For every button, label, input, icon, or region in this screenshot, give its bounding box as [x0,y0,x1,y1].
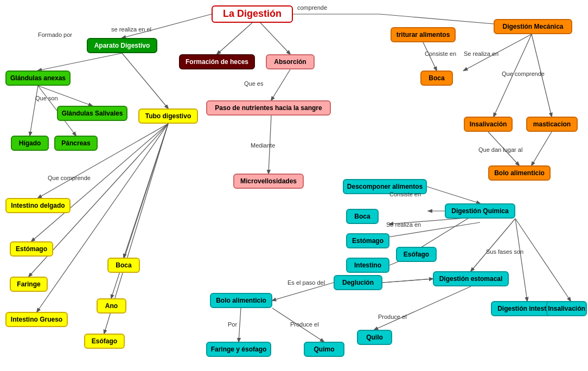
svg-line-38 [382,279,433,283]
svg-line-7 [38,86,92,106]
boca-orange-node: Boca [420,71,453,86]
label-por: Por [228,321,237,328]
intestino-delgado-node: Intestino delgado [5,198,71,213]
svg-line-26 [471,219,515,271]
label-sus-fases-son: Sus fases son [486,248,523,255]
label-que-comprende: Que comprende [48,175,91,181]
svg-line-21 [272,283,334,300]
svg-line-33 [532,34,552,117]
svg-line-6 [122,53,168,108]
triturar-node: triturar alimentos [391,27,456,42]
label-produce-el: Produce el [290,321,319,328]
svg-line-0 [217,23,252,54]
svg-line-31 [464,34,532,71]
label-se-realiza: se realiza en el [111,26,151,33]
svg-line-30 [427,187,480,203]
esofago-right-node: Esófago [396,247,437,262]
boca-left-node: Boca [107,258,140,273]
svg-line-35 [488,132,519,165]
svg-line-37 [374,286,471,330]
label-es-el-paso-del: Es el paso del [287,279,325,286]
paso-nutrientes-node: Paso de nutrientes hacia la sangre [206,100,331,116]
svg-line-12 [38,124,168,198]
bolo-naranja-node: Bolo alimenticio [488,165,551,181]
svg-line-36 [532,132,552,165]
quimo-node: Quimo [304,342,344,357]
faringe-node: Faringe [10,277,48,292]
insalivacion-top-node: Insalivación [464,117,513,132]
svg-line-29 [382,279,433,283]
digestion-mecanica-node: Digestión Mecánica [494,19,572,34]
label-que-son: Que son [35,95,58,101]
label-se-realiza-en-top: Se realiza en [464,50,498,57]
bolo-alimenticio-left-node: Bolo alimenticio [210,293,272,308]
label-comprende: comprende [297,4,327,11]
pancreas-node: Páncreas [54,136,98,151]
label-formado-por: Formado por [38,31,72,38]
estomago-right-node: Estómago [346,233,389,248]
faringe-esofago-node: Faringe y ésofago [206,342,271,357]
masticacion-node: masticacion [526,117,578,132]
insalivacion-bottom-node: Insalivación [546,301,587,316]
intestino-grueso-node: Intestino Grueso [5,312,68,327]
quilo-node: Quilo [357,330,392,345]
higado-node: Hígado [11,136,49,151]
digestion-quimica-node: Digestión Química [445,203,515,219]
estomago-left-node: Estómago [10,241,53,257]
svg-line-32 [494,34,532,117]
svg-line-15 [37,124,168,312]
svg-line-28 [515,219,571,301]
formacion-heces-node: Formación de heces [179,54,255,69]
svg-line-27 [515,219,527,301]
label-consiste-en-top: Consiste en [425,50,456,57]
mind-map: La Digestión Aparato Digestivo Formación… [0,0,588,371]
svg-line-19 [239,308,241,342]
label-que-dan-lugar: Que dan lugar al [478,146,522,153]
intestino-right-node: Intestino [346,258,389,273]
aparato-digestivo-node: Aparato Digestivo [87,38,157,53]
title-node: La Digestión [212,5,293,23]
absorcion-node: Absorción [266,54,315,69]
descomponer-node: Descomponer alimentos [343,179,427,194]
glandulas-anexas-node: Glándulas anexas [5,71,71,86]
microvellosidades-node: Microvellosidades [233,174,304,189]
label-que-es: Que es [244,80,263,87]
label-mediante: Mediante [251,142,275,149]
svg-line-4 [122,14,212,38]
label-que-comprende-top: Que comprende [502,71,545,77]
svg-line-16 [124,124,168,258]
label-se-realiza-en: Se realiza en [386,221,421,228]
digestion-estomacal-node: Digestión estomacal [433,271,509,286]
svg-line-34 [423,42,437,71]
svg-line-8 [30,86,38,136]
boca-right-node: Boca [346,209,379,224]
svg-line-13 [31,124,168,241]
deglucion-node: Deglución [334,275,382,290]
tubo-digestivo-node: Tubo digestivo [138,108,198,124]
glandulas-salivales-node: Glándulas Salivales [57,106,127,121]
svg-line-10 [271,69,290,100]
svg-line-5 [38,53,122,71]
label-produce-quilo: Produce el [378,314,407,320]
svg-line-20 [272,308,324,342]
svg-line-11 [269,116,271,174]
esofago-left-node: Esófago [84,334,125,349]
ano-node: Ano [97,298,126,314]
